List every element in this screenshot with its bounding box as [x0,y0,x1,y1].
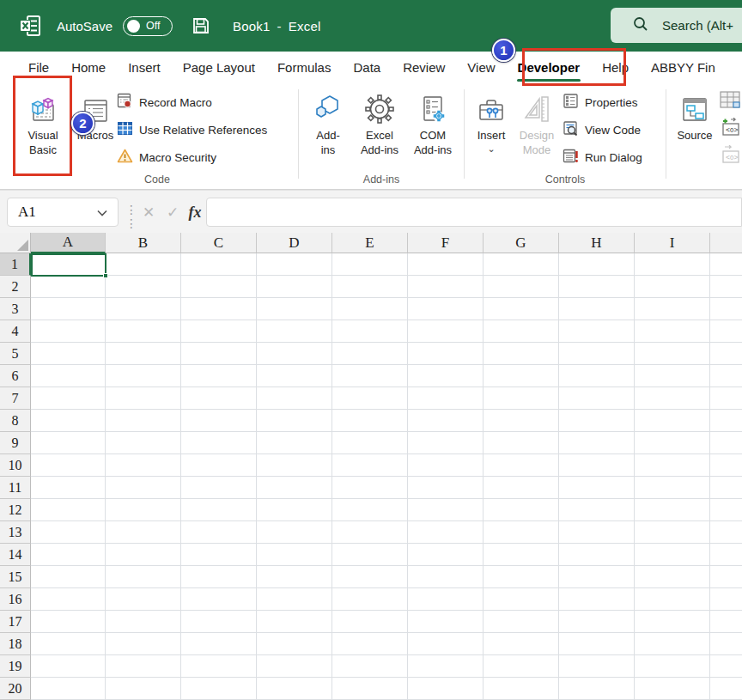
cell-J11[interactable] [710,477,742,499]
macro-security-button[interactable]: Macro Security [117,145,216,169]
cell-B3[interactable] [106,298,181,320]
row-header[interactable]: 8 [0,410,31,432]
cell-D5[interactable] [257,343,332,365]
cell-G11[interactable] [484,477,559,499]
ribbon-tab[interactable]: Data [342,52,392,82]
cell-C16[interactable] [181,588,257,611]
cell-A10[interactable] [31,454,106,477]
cell-B2[interactable] [106,276,181,298]
cell-J18[interactable] [710,633,742,655]
row-header[interactable]: 14 [0,544,31,566]
cell-F20[interactable] [408,678,484,700]
name-box[interactable]: A1 [7,198,119,227]
cell-H2[interactable] [559,276,635,298]
cell-I10[interactable] [635,454,710,477]
record-macro-button[interactable]: Record Macro [117,90,212,114]
cell-I14[interactable] [635,544,710,566]
cell-B8[interactable] [106,410,181,432]
cell-H4[interactable] [559,320,635,343]
cell-G13[interactable] [484,521,559,544]
run-dialog-button[interactable]: Run Dialog [563,145,642,169]
cell-G20[interactable] [484,678,559,700]
cell-D14[interactable] [257,544,332,566]
cell-J12[interactable] [710,499,742,521]
search-box[interactable]: Search (Alt+ [611,8,742,43]
cell-C7[interactable] [181,387,257,410]
cell-E12[interactable] [332,499,408,521]
row-header[interactable]: 16 [0,588,31,611]
cell-H10[interactable] [559,454,635,477]
use-relative-references-button[interactable]: Use Relative References [117,118,267,142]
ribbon-tab[interactable]: Developer [507,52,592,82]
column-header[interactable]: F [408,233,484,253]
cell-H17[interactable] [559,611,635,633]
cell-F12[interactable] [408,499,484,521]
cell-J6[interactable] [710,365,742,387]
row-header[interactable]: 19 [0,655,31,678]
cell-E16[interactable] [332,588,408,611]
visual-basic-button[interactable]: Visual Basic [17,87,69,173]
cell-B17[interactable] [106,611,181,633]
cell-A9[interactable] [31,432,106,454]
cell-F15[interactable] [408,566,484,588]
cell-G14[interactable] [484,544,559,566]
cell-C3[interactable] [181,298,257,320]
properties-button[interactable]: Properties [563,90,638,114]
cell-F18[interactable] [408,633,484,655]
row-header[interactable]: 4 [0,320,31,343]
cell-G2[interactable] [484,276,559,298]
cell-D17[interactable] [257,611,332,633]
formula-input[interactable] [206,198,742,227]
autosave-toggle[interactable]: Off [123,16,173,36]
insert-control-button[interactable]: Insert ⌄ [470,87,513,173]
row-header[interactable]: 2 [0,276,31,298]
cell-D6[interactable] [257,365,332,387]
cell-F5[interactable] [408,343,484,365]
cell-D12[interactable] [257,499,332,521]
row-header[interactable]: 5 [0,343,31,365]
cell-F9[interactable] [408,432,484,454]
cell-B13[interactable] [106,521,181,544]
cell-D2[interactable] [257,276,332,298]
cell-F13[interactable] [408,521,484,544]
cell-D1[interactable] [257,253,332,276]
cell-J10[interactable] [710,454,742,477]
ribbon-tab[interactable]: Formulas [266,52,343,82]
column-header[interactable]: E [332,233,408,253]
cell-D3[interactable] [257,298,332,320]
cell-D13[interactable] [257,521,332,544]
cell-D19[interactable] [257,655,332,678]
cell-A20[interactable] [31,678,106,700]
cell-D4[interactable] [257,320,332,343]
cell-F19[interactable] [408,655,484,678]
cell-J8[interactable] [710,410,742,432]
cell-C8[interactable] [181,410,257,432]
row-header[interactable]: 7 [0,387,31,410]
cell-I18[interactable] [635,633,710,655]
cell-F4[interactable] [408,320,484,343]
cell-I20[interactable] [635,678,710,700]
cell-C9[interactable] [181,432,257,454]
cell-A16[interactable] [31,588,106,611]
ribbon-tab[interactable]: File [17,52,60,82]
cell-H11[interactable] [559,477,635,499]
cell-J7[interactable] [710,387,742,410]
cell-A2[interactable] [31,276,106,298]
cell-J15[interactable] [710,566,742,588]
cell-I12[interactable] [635,499,710,521]
cell-E20[interactable] [332,678,408,700]
source-button[interactable]: Source [672,87,718,173]
formula-bar-drag-handle[interactable]: ⋮⋮ [125,203,137,230]
column-header[interactable]: A [31,233,106,253]
cell-C10[interactable] [181,454,257,477]
cell-G3[interactable] [484,298,559,320]
cell-I6[interactable] [635,365,710,387]
cell-B16[interactable] [106,588,181,611]
cell-E18[interactable] [332,633,408,655]
cell-I7[interactable] [635,387,710,410]
cell-C5[interactable] [181,343,257,365]
cell-H14[interactable] [559,544,635,566]
cell-H6[interactable] [559,365,635,387]
cell-H12[interactable] [559,499,635,521]
row-header[interactable]: 18 [0,633,31,655]
